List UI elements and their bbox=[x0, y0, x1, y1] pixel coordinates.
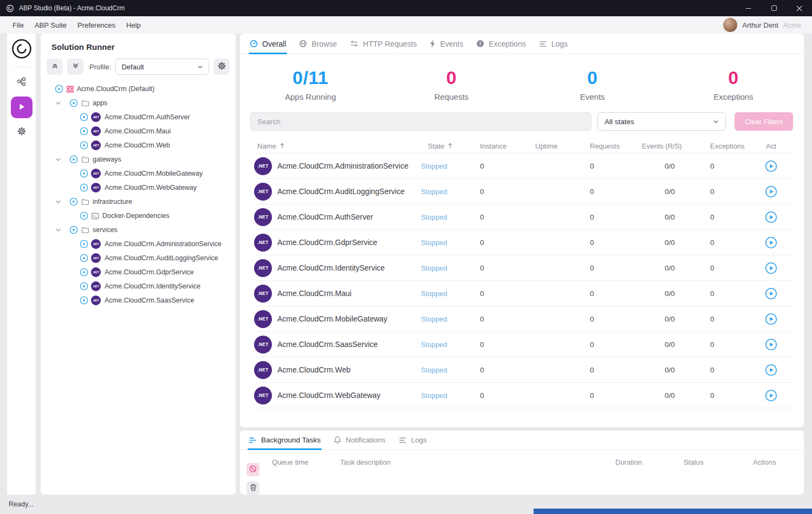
column-name[interactable]: Name bbox=[254, 142, 421, 150]
expand-all-button[interactable] bbox=[67, 59, 83, 75]
solution-runner-button[interactable] bbox=[11, 97, 33, 118]
app-row-acme-cloudcrm-mobilegateway[interactable]: .NETAcme.CloudCrm.MobileGatewayStopped00… bbox=[254, 306, 795, 332]
tab-notifications[interactable]: Notifications bbox=[334, 431, 386, 449]
start-app-button[interactable] bbox=[765, 236, 777, 249]
clear-filters-button[interactable]: Clear Filters bbox=[735, 112, 793, 131]
tree-item-acme-cloudcrm-mobilegateway[interactable]: .NETAcme.CloudCrm.MobileGateway bbox=[41, 166, 236, 181]
app-instance: 0 bbox=[480, 239, 535, 247]
stat-value: 0/11 bbox=[240, 67, 381, 88]
tree-item-services[interactable]: services bbox=[41, 223, 236, 237]
tree-item-acme-cloudcrm-identityservice[interactable]: .NETAcme.CloudCrm.IdentityService bbox=[41, 279, 236, 293]
app-name: Acme.CloudCrm.GdprService bbox=[277, 238, 421, 247]
start-app-button[interactable] bbox=[765, 313, 777, 325]
clear-tasks-button[interactable] bbox=[246, 481, 259, 494]
sort-up-icon bbox=[447, 142, 453, 150]
tree-item-docker-dependencies[interactable]: Docker-Dependencies bbox=[41, 209, 236, 223]
tab-overall[interactable]: Overall bbox=[250, 34, 286, 54]
tab-events[interactable]: Events bbox=[430, 34, 463, 54]
dotnet-icon: .NET bbox=[91, 239, 101, 249]
dotnet-icon: .NET bbox=[91, 253, 101, 263]
tab-http-requests[interactable]: HTTP Requests bbox=[350, 34, 417, 54]
search-input[interactable] bbox=[250, 112, 592, 131]
tree-item-gateways[interactable]: gateways bbox=[41, 152, 236, 166]
menu-item-file[interactable]: File bbox=[7, 21, 29, 29]
close-button[interactable] bbox=[787, 0, 812, 16]
dotnet-icon: .NET bbox=[91, 295, 101, 305]
app-requests: 0 bbox=[590, 162, 642, 170]
app-exceptions: 0 bbox=[710, 340, 763, 349]
app-instance: 0 bbox=[480, 340, 535, 349]
start-app-button[interactable] bbox=[765, 262, 777, 274]
menu-item-help[interactable]: Help bbox=[121, 21, 146, 29]
user-box[interactable]: Arthur Dent Acme bbox=[723, 18, 801, 32]
tree-item-acme-cloudcrm-auditloggingservice[interactable]: .NETAcme.CloudCrm.AuditLoggingService bbox=[41, 251, 236, 265]
tab-browse[interactable]: Browse bbox=[299, 34, 337, 54]
app-row-acme-cloudcrm-webgateway[interactable]: .NETAcme.CloudCrm.WebGatewayStopped000/0… bbox=[254, 383, 795, 408]
start-app-button[interactable] bbox=[765, 160, 777, 172]
tree-item-acme-cloudcrm-web[interactable]: .NETAcme.CloudCrm.Web bbox=[41, 138, 236, 152]
minimize-button[interactable] bbox=[736, 0, 761, 16]
tree-item-label: Acme.CloudCrm (Default) bbox=[77, 85, 154, 93]
start-app-button[interactable] bbox=[765, 211, 777, 223]
profile-value: Default bbox=[121, 63, 144, 71]
app-requests: 0 bbox=[590, 188, 642, 196]
app-row-acme-cloudcrm-identityservice[interactable]: .NETAcme.CloudCrm.IdentityServiceStopped… bbox=[254, 255, 795, 281]
app-instance: 0 bbox=[480, 315, 535, 323]
tree-item-acme-cloudcrm-webgateway[interactable]: .NETAcme.CloudCrm.WebGateway bbox=[41, 181, 236, 195]
profile-settings-button[interactable] bbox=[213, 59, 230, 75]
cancel-tasks-button[interactable] bbox=[246, 463, 259, 476]
start-app-button[interactable] bbox=[765, 185, 777, 198]
app-row-acme-cloudcrm-authserver[interactable]: .NETAcme.CloudCrm.AuthServerStopped000/0… bbox=[254, 204, 795, 230]
dotnet-badge: .NET bbox=[254, 285, 272, 303]
column-state[interactable]: State bbox=[421, 142, 480, 150]
tree-item-infrastructure[interactable]: infrastructure bbox=[41, 195, 236, 209]
tree-item-apps[interactable]: apps bbox=[41, 96, 236, 110]
maximize-button[interactable] bbox=[761, 0, 787, 16]
dotnet-icon: .NET bbox=[91, 169, 101, 178]
start-app-button[interactable] bbox=[765, 287, 777, 300]
app-row-acme-cloudcrm-gdprservice[interactable]: .NETAcme.CloudCrm.GdprServiceStopped000/… bbox=[254, 230, 795, 255]
play-circle-icon bbox=[80, 296, 88, 305]
start-app-button[interactable] bbox=[765, 338, 777, 351]
state-filter-select[interactable]: All states bbox=[597, 112, 726, 131]
tree-item-acme-cloudcrm-maui[interactable]: .NETAcme.CloudCrm.Maui bbox=[41, 124, 236, 138]
tree-item-acme-cloudcrm-saasservice[interactable]: .NETAcme.CloudCrm.SaasService bbox=[41, 293, 236, 307]
app-events: 0/0 bbox=[642, 315, 710, 323]
tab-label: Overall bbox=[262, 40, 286, 48]
dotnet-icon: .NET bbox=[91, 281, 101, 291]
menu-item-abp-suite[interactable]: ABP Suite bbox=[29, 21, 72, 29]
app-name: Acme.CloudCrm.IdentityService bbox=[277, 264, 421, 272]
tab-background-tasks[interactable]: Background Tasks bbox=[249, 431, 321, 449]
titlebar: ABP Studio (Beta) - Acme.CloudCrm bbox=[0, 0, 812, 16]
tree-item-acme-cloudcrm-administrationservice[interactable]: .NETAcme.CloudCrm.AdministrationService bbox=[41, 237, 236, 251]
tree-item-acme-cloudcrm-gdprservice[interactable]: .NETAcme.CloudCrm.GdprService bbox=[41, 265, 236, 279]
dotnet-icon: .NET bbox=[91, 183, 101, 192]
collapse-all-button[interactable] bbox=[47, 59, 63, 75]
app-events: 0/0 bbox=[642, 391, 710, 400]
tree-item-acme-cloudcrm-default[interactable]: Acme.CloudCrm (Default) bbox=[41, 82, 236, 96]
tab-exceptions[interactable]: Exceptions bbox=[476, 34, 525, 54]
settings-button[interactable] bbox=[17, 127, 26, 137]
tree-item-label: Docker-Dependencies bbox=[102, 212, 170, 220]
app-state: Stopped bbox=[421, 213, 480, 221]
tab-logs[interactable]: Logs bbox=[399, 431, 427, 449]
folder-icon bbox=[81, 198, 89, 205]
column-events: Events (R/S) bbox=[642, 142, 710, 150]
app-row-acme-cloudcrm-administrationservice[interactable]: .NETAcme.CloudCrm.AdministrationServiceS… bbox=[254, 153, 795, 179]
hierarchy-icon bbox=[17, 77, 26, 88]
tab-logs[interactable]: Logs bbox=[539, 34, 568, 54]
start-app-button[interactable] bbox=[765, 389, 777, 402]
app-row-acme-cloudcrm-auditloggingservice[interactable]: .NETAcme.CloudCrm.AuditLoggingServiceSto… bbox=[254, 179, 795, 204]
app-row-acme-cloudcrm-web[interactable]: .NETAcme.CloudCrm.WebStopped000/00 bbox=[254, 357, 795, 383]
tree-item-label: Acme.CloudCrm.WebGateway bbox=[105, 184, 197, 191]
app-row-acme-cloudcrm-maui[interactable]: .NETAcme.CloudCrm.MauiStopped000/00 bbox=[254, 281, 795, 306]
tree-item-acme-cloudcrm-authserver[interactable]: .NETAcme.CloudCrm.AuthServer bbox=[41, 110, 236, 124]
user-avatar[interactable] bbox=[723, 18, 737, 32]
menu-item-preferences[interactable]: Preferences bbox=[72, 21, 121, 29]
profile-select[interactable]: Default bbox=[115, 59, 209, 75]
app-requests: 0 bbox=[590, 290, 642, 298]
start-app-button[interactable] bbox=[765, 364, 777, 376]
app-row-acme-cloudcrm-saasservice[interactable]: .NETAcme.CloudCrm.SaasServiceStopped000/… bbox=[254, 332, 795, 357]
solution-explorer-button[interactable] bbox=[17, 77, 26, 88]
tab-label: Logs bbox=[551, 40, 568, 48]
